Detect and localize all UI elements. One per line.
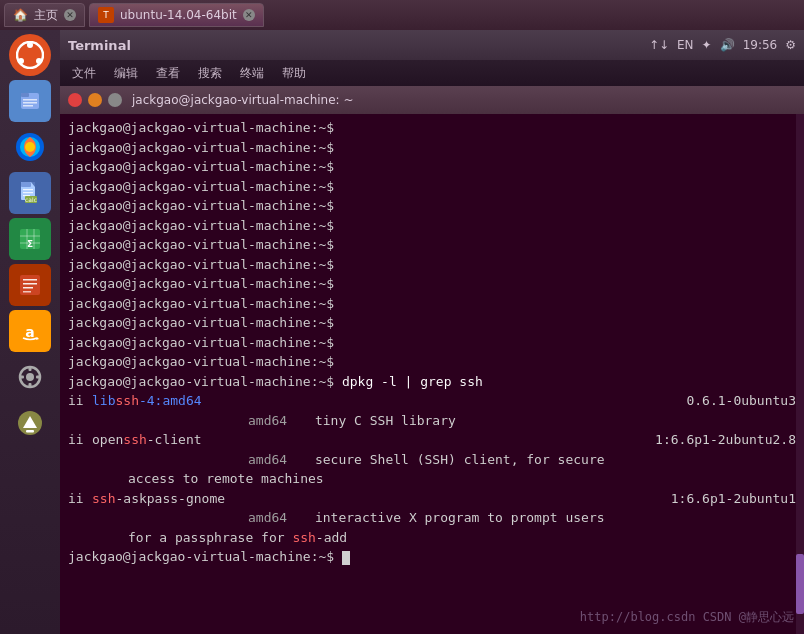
terminal-line: jackgao@jackgao-virtual-machine:~$ bbox=[68, 333, 796, 353]
svg-rect-6 bbox=[23, 99, 37, 101]
pkg-line-libssh: ii libssh-4:amd64 0.6.1-0ubuntu3 bbox=[68, 391, 796, 411]
terminal-line: jackgao@jackgao-virtual-machine:~$ bbox=[68, 177, 796, 197]
menu-search[interactable]: 搜索 bbox=[190, 63, 230, 84]
tab-home-close[interactable]: ✕ bbox=[64, 9, 76, 21]
sidebar-icon-ubuntu[interactable] bbox=[9, 34, 51, 76]
svg-point-33 bbox=[26, 373, 34, 381]
terminal-line: jackgao@jackgao-virtual-machine:~$ bbox=[68, 138, 796, 158]
menu-edit[interactable]: 编辑 bbox=[106, 63, 146, 84]
svg-text:Σ: Σ bbox=[27, 239, 33, 249]
settings-icon[interactable]: ⚙ bbox=[785, 38, 796, 52]
svg-rect-15 bbox=[23, 189, 33, 190]
pkg-line-libssh-desc: amd64 tiny C SSH library bbox=[68, 411, 796, 431]
pkg-line-openssh-desc2: access to remote machines bbox=[68, 469, 796, 489]
terminal-line: jackgao@jackgao-virtual-machine:~$ bbox=[68, 235, 796, 255]
tab-home-label: 主页 bbox=[34, 7, 58, 24]
menu-terminal[interactable]: 终端 bbox=[232, 63, 272, 84]
app-title: Terminal bbox=[68, 38, 131, 53]
tab-terminal-close[interactable]: ✕ bbox=[243, 9, 255, 21]
menu-view[interactable]: 查看 bbox=[148, 63, 188, 84]
pkg-line-openssh-desc: amd64 secure Shell (SSH) client, for sec… bbox=[68, 450, 796, 470]
svg-rect-7 bbox=[23, 102, 37, 104]
pkg-line-sshask-desc: amd64 interactive X program to prompt us… bbox=[68, 508, 796, 528]
terminal-line: jackgao@jackgao-virtual-machine:~$ bbox=[68, 274, 796, 294]
terminal-line: jackgao@jackgao-virtual-machine:~$ bbox=[68, 294, 796, 314]
menu-help[interactable]: 帮助 bbox=[274, 63, 314, 84]
svg-rect-13 bbox=[21, 182, 31, 187]
bluetooth-icon: ✦ bbox=[702, 38, 712, 52]
svg-rect-41 bbox=[26, 430, 34, 433]
terminal-window: jackgao@jackgao-virtual-machine: ~ jackg… bbox=[60, 86, 804, 634]
watermark: http://blog.csdn CSDN @静思心远 bbox=[580, 608, 794, 626]
menu-bar: 文件 编辑 查看 搜索 终端 帮助 bbox=[60, 60, 804, 86]
menu-file[interactable]: 文件 bbox=[64, 63, 104, 84]
window-titlebar: jackgao@jackgao-virtual-machine: ~ bbox=[60, 86, 804, 114]
window-maximize-button[interactable] bbox=[108, 93, 122, 107]
svg-rect-35 bbox=[29, 366, 32, 371]
app-top-bar: Terminal ↑↓ EN ✦ 🔊 19:56 ⚙ bbox=[60, 30, 804, 60]
sidebar-icon-install[interactable] bbox=[9, 402, 51, 444]
sidebar-icon-files[interactable] bbox=[9, 80, 51, 122]
svg-point-3 bbox=[18, 58, 24, 64]
taskbar: 🏠 主页 ✕ T ubuntu-14.04-64bit ✕ bbox=[0, 0, 804, 30]
svg-rect-37 bbox=[19, 376, 24, 379]
svg-text:a: a bbox=[25, 324, 34, 340]
svg-point-2 bbox=[36, 58, 42, 64]
terminal-line: jackgao@jackgao-virtual-machine:~$ bbox=[68, 352, 796, 372]
terminal-cmd-line: jackgao@jackgao-virtual-machine:~$ dpkg … bbox=[68, 372, 796, 392]
sidebar: calc Σ bbox=[0, 30, 60, 634]
svg-rect-8 bbox=[23, 105, 33, 107]
terminal-tab-icon: T bbox=[98, 7, 114, 23]
svg-text:calc: calc bbox=[25, 196, 37, 203]
sidebar-icon-document[interactable]: calc bbox=[9, 172, 51, 214]
clock: 19:56 bbox=[743, 38, 778, 52]
svg-rect-5 bbox=[21, 93, 29, 97]
sidebar-icon-writer[interactable] bbox=[9, 264, 51, 306]
window-minimize-button[interactable] bbox=[88, 93, 102, 107]
terminal-line: jackgao@jackgao-virtual-machine:~$ bbox=[68, 196, 796, 216]
svg-rect-27 bbox=[23, 279, 37, 281]
terminal-line: jackgao@jackgao-virtual-machine:~$ bbox=[68, 216, 796, 236]
terminal-line: jackgao@jackgao-virtual-machine:~$ bbox=[68, 255, 796, 275]
window-title: jackgao@jackgao-virtual-machine: ~ bbox=[132, 93, 354, 107]
scrollbar-thumb[interactable] bbox=[796, 554, 804, 614]
sidebar-icon-firefox[interactable] bbox=[9, 126, 51, 168]
svg-point-11 bbox=[25, 142, 35, 152]
home-icon: 🏠 bbox=[13, 8, 28, 22]
svg-rect-30 bbox=[23, 291, 31, 293]
sidebar-icon-spreadsheet[interactable]: Σ bbox=[9, 218, 51, 260]
pkg-line-sshask-desc2: for a passphrase for ssh-add bbox=[68, 528, 796, 548]
svg-rect-29 bbox=[23, 287, 33, 289]
tab-terminal[interactable]: T ubuntu-14.04-64bit ✕ bbox=[89, 3, 264, 27]
tab-home[interactable]: 🏠 主页 ✕ bbox=[4, 3, 85, 27]
svg-rect-16 bbox=[23, 192, 33, 193]
svg-rect-28 bbox=[23, 283, 37, 285]
system-tray: ↑↓ EN ✦ 🔊 19:56 ⚙ bbox=[649, 38, 796, 52]
svg-rect-38 bbox=[36, 376, 41, 379]
terminal-line: jackgao@jackgao-virtual-machine:~$ bbox=[68, 157, 796, 177]
svg-point-1 bbox=[27, 42, 33, 48]
keyboard-layout: EN bbox=[677, 38, 694, 52]
sidebar-icon-amazon[interactable]: a bbox=[9, 310, 51, 352]
tab-terminal-label: ubuntu-14.04-64bit bbox=[120, 8, 237, 22]
svg-rect-36 bbox=[29, 383, 32, 388]
terminal-line: jackgao@jackgao-virtual-machine:~$ bbox=[68, 313, 796, 333]
volume-icon: 🔊 bbox=[720, 38, 735, 52]
pkg-line-sshask: ii ssh-askpass-gnome 1:6.6p1-2ubuntu1 bbox=[68, 489, 796, 509]
terminal-line: jackgao@jackgao-virtual-machine:~$ bbox=[68, 118, 796, 138]
sort-icon: ↑↓ bbox=[649, 38, 669, 52]
terminal-body[interactable]: jackgao@jackgao-virtual-machine:~$ jackg… bbox=[60, 114, 804, 634]
scrollbar-track[interactable] bbox=[796, 114, 804, 634]
pkg-line-openssh: ii openssh-client 1:6.6p1-2ubuntu2.8 bbox=[68, 430, 796, 450]
terminal-last-prompt: jackgao@jackgao-virtual-machine:~$ bbox=[68, 547, 796, 567]
window-close-button[interactable] bbox=[68, 93, 82, 107]
sidebar-icon-settings[interactable] bbox=[9, 356, 51, 398]
